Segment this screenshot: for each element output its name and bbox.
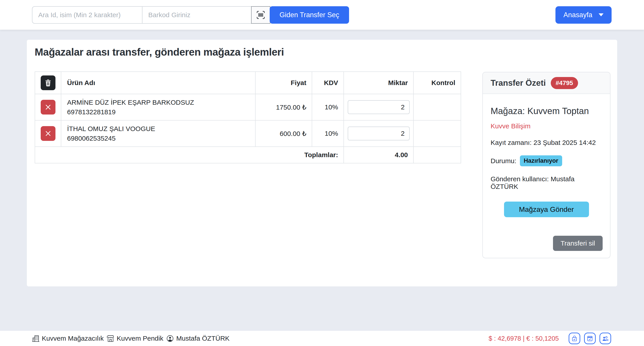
quantity-input[interactable] (348, 127, 410, 140)
column-header-qty: Miktar (344, 72, 414, 94)
column-header-vat: KDV (312, 72, 344, 94)
totals-row: Toplamlar: 4.00 (35, 147, 461, 163)
person-circle-icon (166, 335, 174, 342)
footer-branch-label: Kuvvem Pendik (117, 335, 163, 342)
product-name: ARMİNE DÜZ İPEK EŞARP BARKODSUZ (67, 98, 255, 107)
summary-title: Transfer Özeti (490, 78, 546, 88)
table-row: İTHAL OMUZ ŞALI VOOGUE 6980062535245 600… (35, 120, 461, 147)
table-row: ARMİNE DÜZ İPEK EŞARP BARKODSUZ 69781322… (35, 94, 461, 120)
home-button-label: Anasayfa (564, 11, 592, 19)
people-icon (602, 335, 609, 342)
search-group: Giden Transfer Seç (32, 6, 349, 24)
barcode-input[interactable] (142, 6, 252, 24)
target-store-line: Mağaza: Kuvvem Toptan (490, 106, 602, 116)
buildings-icon (32, 335, 39, 342)
summary-body: Mağaza: Kuvvem Toptan Kuvve Bilişim Kayı… (483, 94, 610, 258)
control-cell (414, 94, 461, 120)
product-price: 600.00 ₺ (255, 120, 312, 147)
column-header-product: Ürün Adı (61, 72, 255, 94)
footer-company-label: Kuvvem Mağazacılık (42, 335, 104, 342)
footer-buttons (569, 333, 611, 344)
page-title: Mağazalar arası transfer, gönderen mağaz… (35, 46, 284, 58)
status-row: Durumu: Hazırlanıyor (490, 155, 602, 166)
trash-icon (44, 79, 52, 87)
delete-transfer-button[interactable]: Transferi sil (553, 236, 603, 251)
footer-branch: Kuvvem Pendik (107, 335, 163, 342)
company-link[interactable]: Kuvve Bilişim (490, 122, 530, 130)
send-to-store-button[interactable]: Mağzaya Gönder (504, 201, 589, 217)
transfer-id-badge: #4795 (551, 77, 578, 89)
quantity-input[interactable] (348, 100, 410, 114)
sender-user-line: Gönderen kullanıcı: Mustafa ÖZTÜRK (490, 175, 602, 190)
summary-header: Transfer Özeti #4795 (483, 72, 610, 94)
transfer-summary-panel: Transfer Özeti #4795 Mağaza: Kuvvem Topt… (482, 72, 610, 258)
customers-button[interactable] (600, 333, 611, 344)
shop-icon (107, 335, 114, 342)
transfer-products-table: Ürün Adı Fiyat KDV Miktar Kontrol ARMİNE… (35, 71, 461, 164)
status-badge: Hazırlanıyor (520, 155, 562, 166)
chevron-down-icon (598, 13, 604, 16)
totals-label: Toplamlar: (35, 147, 344, 163)
select-outgoing-transfer-button[interactable]: Giden Transfer Seç (270, 6, 349, 24)
control-cell (414, 147, 461, 163)
calendar-check-icon (586, 335, 593, 342)
footer-right: $ : 42,6978 | € : 50,1205 (488, 333, 611, 344)
product-vat: 10% (312, 120, 344, 147)
footer-company: Kuvvem Mağazacılık (32, 335, 104, 342)
created-time-line: Kayıt zamanı: 23 Şubat 2025 14:42 (490, 139, 602, 147)
column-header-control: Kontrol (414, 72, 461, 94)
table-header-row: Ürün Adı Fiyat KDV Miktar Kontrol (35, 72, 461, 94)
currency-rates: $ : 42,6978 | € : 50,1205 (488, 335, 559, 342)
footer-user-label: Mustafa ÖZTÜRK (176, 335, 230, 342)
content-card: Mağazalar arası transfer, gönderen mağaz… (27, 40, 617, 286)
totals-quantity: 4.00 (344, 147, 414, 163)
product-vat: 10% (312, 94, 344, 120)
product-barcode: 6980062535245 (67, 134, 255, 143)
remove-row-button[interactable] (41, 100, 56, 115)
bag-check-icon (571, 335, 578, 342)
delete-all-rows-button[interactable] (41, 75, 56, 90)
top-navbar: Giden Transfer Seç Anasayfa (0, 0, 644, 30)
control-cell (414, 120, 461, 147)
status-footer: Kuvvem Mağazacılık Kuvvem Pendik Mustafa… (0, 331, 644, 346)
orders-button[interactable] (569, 333, 580, 344)
remove-row-button[interactable] (41, 126, 56, 141)
footer-user: Mustafa ÖZTÜRK (166, 335, 230, 342)
product-barcode: 6978132281819 (67, 107, 255, 117)
home-dropdown-button[interactable]: Anasayfa (556, 6, 612, 24)
product-name: İTHAL OMUZ ŞALI VOOGUE (67, 124, 255, 134)
product-price: 1750.00 ₺ (255, 94, 312, 120)
status-label: Durumu: (490, 157, 516, 165)
search-input[interactable] (32, 6, 142, 24)
calendar-button[interactable] (584, 333, 596, 344)
page: { "topbar": { "search_placeholder": "Ara… (0, 0, 644, 346)
x-icon (44, 103, 52, 111)
column-header-price: Fiyat (255, 72, 312, 94)
x-icon (44, 130, 52, 138)
barcode-scan-button[interactable] (251, 6, 270, 24)
upc-scan-icon (256, 10, 266, 20)
